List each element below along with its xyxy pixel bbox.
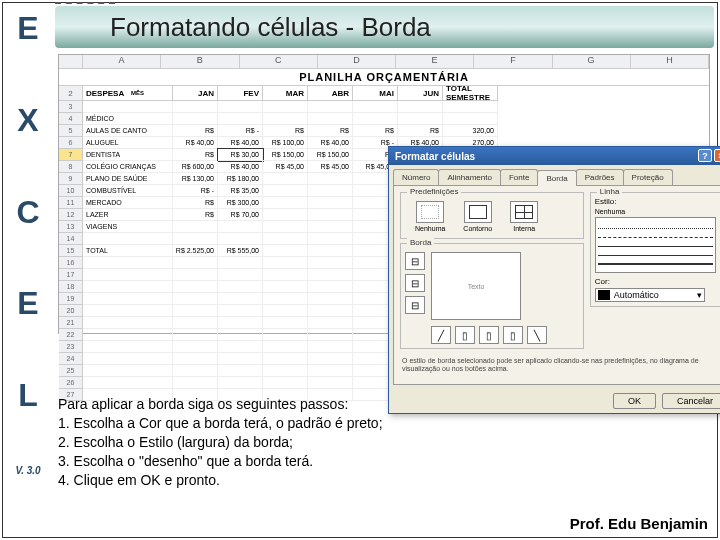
dialog-tabs: Número Alinhamento Fonte Borda Padrões P… bbox=[389, 165, 720, 185]
color-swatch bbox=[598, 290, 610, 300]
tab-protection[interactable]: Proteção bbox=[623, 169, 673, 185]
dialog-title-text: Formatar células bbox=[395, 151, 475, 162]
line-group: Linha Estilo: Nenhuma Cor: Automático ▾ bbox=[590, 192, 720, 307]
tab-alignment[interactable]: Alinhamento bbox=[438, 169, 500, 185]
border-right-button[interactable]: ▯ bbox=[503, 326, 523, 344]
tab-font[interactable]: Fonte bbox=[500, 169, 538, 185]
help-icon[interactable]: ? bbox=[698, 149, 712, 162]
sidebar-letter: E bbox=[6, 281, 50, 326]
border-diag2-button[interactable]: ╲ bbox=[527, 326, 547, 344]
sidebar-letter: E bbox=[6, 6, 50, 51]
sidebar-letter: X bbox=[6, 98, 50, 143]
color-dropdown[interactable]: Automático ▾ bbox=[595, 288, 705, 302]
line-style-picker[interactable] bbox=[595, 217, 716, 273]
table-row: 4MÉDICO bbox=[59, 113, 709, 125]
table-row: 5AULAS DE CANTOR$R$ -R$R$R$R$320,00 bbox=[59, 125, 709, 137]
border-preview[interactable]: Texto bbox=[431, 252, 521, 320]
version-label: V. 3.0 bbox=[6, 465, 50, 476]
preset-outline-button[interactable]: Contorno bbox=[463, 201, 492, 232]
border-group: Borda ⊟ ⊟ ⊟ Texto ╱ ▯ ▯ ▯ ╲ bbox=[400, 243, 584, 349]
dialog-body: Predefinições Nenhuma Contorno Interna B… bbox=[393, 185, 720, 385]
sheet-title: PLANILHA ORÇAMENTÁRIA bbox=[59, 69, 709, 86]
preset-inside-button[interactable]: Interna bbox=[510, 201, 538, 232]
border-top-button[interactable]: ⊟ bbox=[405, 252, 425, 270]
sidebar-letter: C bbox=[6, 190, 50, 235]
sidebar-letter: L bbox=[6, 373, 50, 418]
sidebar-letters: E X C E L V. 3.0 bbox=[6, 6, 50, 476]
tab-number[interactable]: Número bbox=[393, 169, 439, 185]
tab-border[interactable]: Borda bbox=[537, 170, 576, 186]
chevron-down-icon: ▾ bbox=[697, 290, 702, 300]
author-footer: Prof. Edu Benjamin bbox=[570, 515, 708, 532]
close-icon[interactable]: × bbox=[714, 149, 720, 162]
border-left-button[interactable]: ▯ bbox=[455, 326, 475, 344]
column-headers: ABCDEFGH bbox=[59, 55, 709, 69]
table-header-row: 2 DESPESA MÊS JANFEVMARABRMAIJUNTOTAL SE… bbox=[59, 86, 709, 101]
hint-text: O estilo de borda selecionado pode ser a… bbox=[400, 353, 720, 378]
preset-none-button[interactable]: Nenhuma bbox=[415, 201, 445, 232]
instructions-text: Para aplicar a borda siga os seguintes p… bbox=[58, 395, 710, 489]
border-diag1-button[interactable]: ╱ bbox=[431, 326, 451, 344]
dialog-titlebar[interactable]: Formatar células ? × bbox=[389, 147, 720, 165]
content-area: ABCDEFGH PLANILHA ORÇAMENTÁRIA 2 DESPESA… bbox=[58, 54, 710, 334]
border-middle-button[interactable]: ⊟ bbox=[405, 274, 425, 292]
presets-group: Predefinições Nenhuma Contorno Interna bbox=[400, 192, 584, 239]
format-cells-dialog: Formatar células ? × Número Alinhamento … bbox=[388, 146, 720, 414]
page-title: Formatando células - Borda bbox=[110, 12, 431, 43]
slide-header: Formatando células - Borda bbox=[55, 6, 714, 48]
tab-patterns[interactable]: Padrões bbox=[576, 169, 624, 185]
border-bottom-button[interactable]: ⊟ bbox=[405, 296, 425, 314]
border-vcenter-button[interactable]: ▯ bbox=[479, 326, 499, 344]
